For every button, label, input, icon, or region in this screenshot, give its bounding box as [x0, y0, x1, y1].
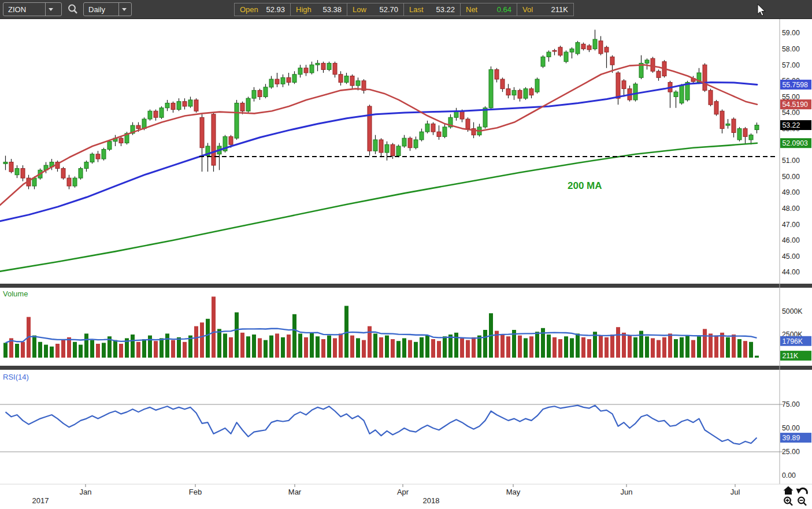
- candle: [576, 41, 580, 55]
- candle: [79, 167, 83, 180]
- panel-separator[interactable]: [0, 284, 812, 288]
- readout-label: Last: [409, 5, 424, 14]
- volume-bar: [425, 336, 429, 358]
- volume-bar: [327, 336, 331, 358]
- search-icon: [67, 3, 79, 15]
- volume-bar: [3, 343, 8, 358]
- volume-bar: [171, 340, 175, 358]
- volume-bar: [206, 319, 210, 358]
- volume-bar: [472, 337, 476, 358]
- volume-bar: [610, 335, 614, 358]
- current-volume-tag-text: 211K: [783, 352, 799, 360]
- readout-label: Low: [353, 5, 366, 14]
- price-tick-label: 47.00: [782, 221, 800, 229]
- current-volume-tag: 211K: [780, 351, 811, 361]
- volume-bar: [15, 344, 19, 358]
- volume-bar: [246, 336, 250, 358]
- volume-bar: [356, 338, 360, 358]
- chevron-down-icon: [122, 8, 127, 11]
- volume-bar: [183, 342, 187, 358]
- readout-value: 211K: [551, 5, 568, 14]
- candle: [737, 127, 741, 142]
- volume-bar: [535, 332, 539, 358]
- readout-value: 53.38: [322, 5, 342, 14]
- volume-bar: [96, 344, 100, 358]
- volume-bar: [55, 344, 60, 358]
- volume-bar: [524, 338, 528, 358]
- candle: [160, 106, 164, 119]
- volume-bar: [310, 333, 314, 358]
- volume-bar: [148, 336, 152, 358]
- volume-bar: [373, 333, 377, 358]
- price-tick-label: 45.00: [782, 252, 800, 261]
- volume-bar: [32, 336, 36, 358]
- volume-bar: [576, 333, 580, 358]
- volume-bar: [229, 337, 233, 358]
- chart-area[interactable]: 200 MA44.0045.0046.0047.0048.0049.0050.0…: [0, 0, 812, 509]
- volume-panel-title: Volume: [3, 289, 28, 298]
- candle: [524, 87, 528, 100]
- volume-bar: [217, 329, 221, 358]
- volume-bar: [90, 340, 94, 358]
- volume-bar: [292, 314, 296, 358]
- candle: [558, 46, 562, 57]
- volume-bar: [321, 339, 325, 358]
- volume-bar: [570, 338, 574, 358]
- readout-label: Net: [466, 5, 477, 14]
- month-label: Jun: [621, 488, 633, 496]
- volume-bar: [420, 337, 424, 358]
- volume-bar: [194, 326, 198, 358]
- readout-label: High: [296, 5, 312, 14]
- candle: [235, 100, 239, 140]
- volume-bar: [73, 342, 77, 358]
- candle: [396, 144, 401, 157]
- volume-bar: [685, 336, 689, 358]
- candle: [223, 135, 227, 153]
- candle: [709, 89, 713, 106]
- volume-bar: [223, 333, 227, 358]
- symbol-dropdown-arrow[interactable]: [45, 3, 56, 16]
- volume-bar: [437, 341, 441, 358]
- candle: [489, 66, 493, 110]
- price-tick-label: 46.00: [782, 236, 800, 244]
- volume-bar: [252, 335, 256, 358]
- symbol-input[interactable]: ZION: [3, 5, 45, 14]
- volume-bar: [587, 339, 591, 358]
- volume-bar: [674, 339, 678, 358]
- volume-bar: [443, 336, 447, 358]
- volume-bar: [691, 340, 695, 358]
- volume-bar: [518, 336, 522, 358]
- red-ma-value-tag: 54.5190: [780, 99, 811, 109]
- chevron-down-icon: [49, 8, 53, 11]
- volume-bar: [414, 342, 418, 358]
- interval-dropdown-arrow[interactable]: [118, 3, 129, 16]
- volume-bar: [599, 336, 603, 358]
- rsi-panel-title: RSI(14): [3, 373, 29, 381]
- price-tick-label: 49.00: [782, 188, 800, 196]
- volume-bar: [119, 344, 123, 358]
- readout-value: 52.93: [266, 5, 285, 14]
- volume-bar: [500, 335, 505, 358]
- volume-bar: [235, 313, 239, 358]
- volume-bar: [350, 336, 354, 358]
- volume-bar: [431, 339, 435, 358]
- symbol-combo[interactable]: ZION: [3, 2, 62, 16]
- panel-separator[interactable]: [0, 366, 812, 370]
- volume-bar: [264, 340, 268, 358]
- ma-200-annotation: 200 MA: [568, 180, 602, 191]
- volume-bar: [703, 329, 707, 358]
- interval-combo[interactable]: Daily: [83, 2, 132, 16]
- rsi-tick-label: 50.00: [782, 424, 800, 432]
- interval-value[interactable]: Daily: [84, 5, 118, 14]
- 200-ma-value-tag: 52.0903: [780, 138, 811, 148]
- search-button[interactable]: [65, 2, 80, 16]
- candle: [246, 96, 250, 113]
- candle: [148, 109, 152, 120]
- volume-bar: [651, 338, 655, 358]
- volume-bar: [304, 337, 308, 358]
- volume-bar: [714, 336, 718, 358]
- year-label: 2017: [32, 496, 49, 505]
- year-label: 2018: [423, 496, 440, 505]
- volume-bar: [709, 333, 713, 358]
- candle: [714, 100, 718, 116]
